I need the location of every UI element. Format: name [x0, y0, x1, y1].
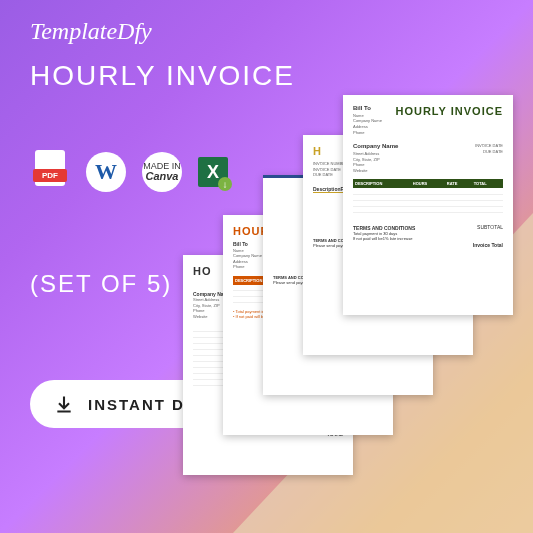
- brand-name: TemplateDfy: [30, 18, 152, 45]
- pdf-icon: PDF: [30, 150, 70, 194]
- page-title: HOURLY INVOICE: [30, 60, 295, 92]
- template-preview-stack: Bill To Name Company Name Address Phone …: [193, 95, 513, 495]
- template-preview-1: Bill To Name Company Name Address Phone …: [343, 95, 513, 315]
- canva-icon: MADE IN Canva: [142, 152, 182, 192]
- word-icon: W: [86, 152, 126, 192]
- download-icon: [54, 394, 74, 414]
- set-count-label: (SET OF 5): [30, 270, 172, 298]
